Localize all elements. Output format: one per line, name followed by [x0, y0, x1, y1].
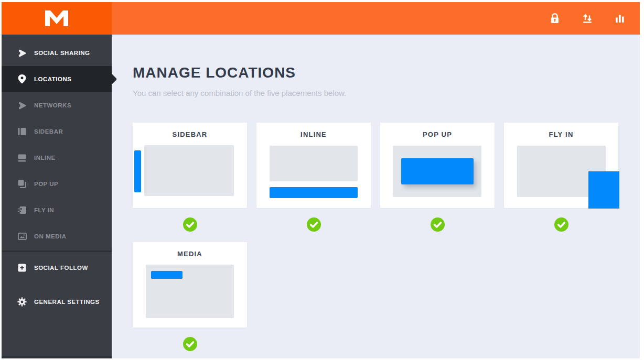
sidebar-item-label: SOCIAL FOLLOW [34, 265, 88, 271]
sidebar-item-inline[interactable]: INLINE [2, 145, 112, 171]
sidebar: SOCIAL SHARING LOCATIONS [2, 35, 112, 358]
placement-card-title: MEDIA [133, 242, 247, 258]
sidebar-item-pop-up[interactable]: POP UP [2, 171, 112, 197]
location-pin-icon [17, 74, 27, 84]
content-placeholder [144, 145, 234, 196]
selected-check-icon[interactable] [183, 337, 197, 351]
popup-icon [17, 179, 27, 189]
monarch-logo[interactable] [2, 2, 112, 35]
sidebar-item-locations[interactable]: LOCATIONS [2, 66, 112, 92]
popup-modal-illustration [401, 158, 474, 184]
sidebar-bar-illustration [134, 150, 141, 192]
body-row: SOCIAL SHARING LOCATIONS [2, 35, 640, 358]
media-badge-illustration [151, 271, 183, 279]
sidebar-item-label: GENERAL SETTINGS [34, 299, 100, 305]
sidebar-item-fly-in[interactable]: FLY IN [2, 197, 112, 223]
main-content: MANAGE LOCATIONS You can select any comb… [112, 35, 640, 358]
page-subtitle: You can select any combination of the fi… [133, 89, 640, 98]
sidebar-item-label: SOCIAL SHARING [34, 50, 90, 56]
inline-bar-illustration [270, 187, 358, 198]
fly-in-icon [17, 205, 27, 215]
monarch-settings-window: SOCIAL SHARING LOCATIONS [2, 2, 640, 358]
top-header [2, 2, 640, 35]
sidebar-item-label: ON MEDIA [34, 233, 67, 239]
selected-check-icon[interactable] [183, 217, 197, 232]
placement-card-fly-in[interactable]: FLY IN [504, 123, 618, 208]
share-icon [17, 101, 27, 110]
sidebar-item-social-sharing[interactable]: SOCIAL SHARING [2, 40, 112, 66]
topbar [112, 2, 640, 35]
sidebar-item-networks[interactable]: NETWORKS [2, 92, 112, 118]
sidebar-item-label: INLINE [34, 155, 56, 161]
sidebar-item-label: FLY IN [34, 207, 54, 213]
placements-grid: SIDEBAR INLINE [133, 123, 640, 351]
placement-card-sidebar[interactable]: SIDEBAR [133, 123, 247, 208]
monarch-m-icon [45, 10, 68, 26]
fly-in-box-illustration [588, 171, 619, 209]
placement-card-title: FLY IN [504, 123, 618, 138]
placement-card-title: POP UP [380, 123, 495, 138]
social-follow-icon [17, 263, 27, 272]
placement-fly-in: FLY IN [504, 123, 618, 232]
sidebar-item-on-media[interactable]: ON MEDIA [2, 223, 112, 249]
share-icon [17, 48, 27, 58]
placement-media: MEDIA [133, 242, 247, 351]
selected-check-icon[interactable] [431, 217, 445, 232]
inline-icon [17, 153, 27, 162]
sidebar-item-label: POP UP [34, 181, 58, 187]
sidebar-item-social-follow[interactable]: SOCIAL FOLLOW [2, 253, 112, 282]
placement-pop-up: POP UP [380, 123, 495, 232]
placement-inline: INLINE [256, 123, 371, 232]
lock-icon[interactable] [550, 13, 560, 24]
stats-icon[interactable] [615, 13, 625, 24]
sidebar-item-label: SIDEBAR [34, 128, 63, 135]
screenshot-frame: SOCIAL SHARING LOCATIONS [0, 0, 644, 360]
sidebar-item-general-settings[interactable]: GENERAL SETTINGS [2, 287, 112, 316]
placement-card-inline[interactable]: INLINE [256, 123, 371, 208]
gear-icon [17, 297, 27, 307]
content-placeholder [270, 146, 358, 181]
on-media-icon [17, 232, 27, 241]
placement-card-pop-up[interactable]: POP UP [380, 123, 495, 208]
sidebar-icon [17, 127, 27, 136]
placement-card-media[interactable]: MEDIA [133, 242, 247, 328]
sidebar-item-sidebar[interactable]: SIDEBAR [2, 118, 112, 145]
sidebar-item-label: NETWORKS [34, 102, 71, 108]
selected-check-icon[interactable] [307, 217, 321, 232]
placement-card-title: INLINE [256, 123, 371, 138]
placement-card-title: SIDEBAR [133, 123, 247, 138]
import-export-icon[interactable] [582, 13, 593, 24]
sidebar-item-label: LOCATIONS [34, 76, 71, 82]
selected-check-icon[interactable] [554, 217, 568, 232]
sidebar-section-divider [2, 250, 112, 252]
page-title: MANAGE LOCATIONS [133, 64, 640, 82]
placement-sidebar: SIDEBAR [133, 123, 247, 232]
